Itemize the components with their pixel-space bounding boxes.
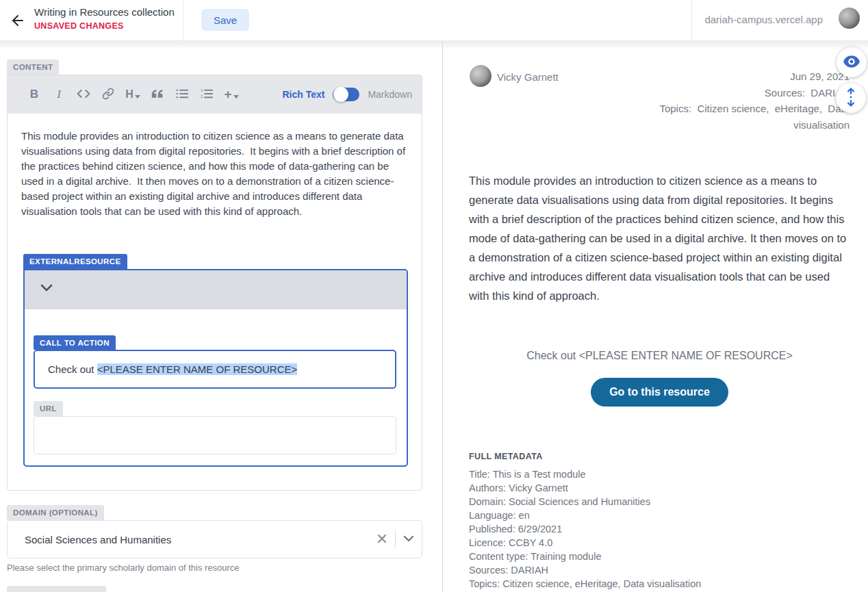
user-avatar[interactable] bbox=[839, 8, 860, 29]
metadata-row: Licence: CCBY 4.0 bbox=[469, 536, 701, 550]
mode-toggle[interactable] bbox=[333, 88, 359, 101]
chevron-down-icon bbox=[40, 283, 53, 296]
markdown-mode-label[interactable]: Markdown bbox=[368, 89, 412, 100]
quote-icon bbox=[151, 89, 164, 101]
editor-mode-switch: Rich Text Markdown bbox=[282, 88, 412, 101]
full-metadata-list: Title: This is a Test module Authors: Vi… bbox=[469, 467, 701, 591]
editor-paragraph[interactable]: This module provides an introduction to … bbox=[21, 129, 408, 219]
link-icon bbox=[102, 88, 114, 102]
domain-selected-value: Social Sciences and Humanities bbox=[25, 534, 171, 545]
metadata-row: Domain: Social Sciences and Humanities bbox=[469, 495, 701, 509]
scroll-sync-icon bbox=[845, 88, 857, 109]
metadata-row: Language: en bbox=[469, 509, 701, 522]
topbar-divider bbox=[183, 0, 183, 41]
bulleted-list-button[interactable] bbox=[173, 86, 191, 103]
publish-date: Jun 29, 2021 bbox=[659, 68, 850, 85]
metadata-row: Topics: Citizen science, eHeritage, Data… bbox=[469, 577, 701, 591]
metadata-row: Title: This is a Test module bbox=[469, 467, 701, 481]
pane-top-shadow bbox=[0, 41, 442, 50]
url-label: URL bbox=[34, 401, 63, 416]
domain-field-label: DOMAIN (OPTIONAL) bbox=[7, 505, 104, 520]
topics-line-wrap: visualisation bbox=[659, 117, 850, 133]
domain-hint: Please select the primary scholarly doma… bbox=[7, 563, 240, 573]
call-to-action-input[interactable]: Check out <PLEASE ENTER NAME OF RESOURCE… bbox=[34, 350, 396, 389]
eye-icon bbox=[843, 55, 860, 70]
unsaved-changes-status: UNSAVED CHANGES bbox=[34, 21, 175, 31]
call-to-action-label: CALL TO ACTION bbox=[34, 335, 116, 350]
svg-text:1: 1 bbox=[201, 88, 203, 92]
code-button[interactable] bbox=[75, 86, 92, 103]
arrow-left-icon bbox=[10, 21, 26, 31]
sources-line: Sources: DARIAH bbox=[659, 85, 850, 101]
site-link[interactable]: dariah-campus.vercel.app bbox=[704, 14, 823, 25]
link-button[interactable] bbox=[99, 86, 117, 103]
rich-text-mode-label[interactable]: Rich Text bbox=[282, 89, 324, 100]
url-field: URL bbox=[34, 401, 397, 454]
external-resource-widget: CALL TO ACTION Check out <PLEASE ENTER N… bbox=[23, 269, 408, 467]
preview-paragraph: This module provides an introduction to … bbox=[469, 171, 850, 305]
external-resource-collapse-header[interactable] bbox=[25, 270, 407, 309]
toggle-knob bbox=[333, 87, 348, 102]
dropdown-button[interactable] bbox=[396, 521, 422, 558]
metadata-row: Content type: Training module bbox=[469, 550, 701, 563]
topics-line: Topics: Citizen science, eHeritage, Data bbox=[659, 101, 850, 117]
sync-scroll-button[interactable] bbox=[836, 83, 866, 113]
go-to-resource-button[interactable]: Go to this resource bbox=[591, 378, 728, 407]
url-input[interactable] bbox=[34, 416, 396, 454]
metadata-row: Sources: DARIAH bbox=[469, 563, 701, 577]
external-resource-label: EXTERNALRESOURCE bbox=[23, 254, 127, 269]
full-metadata-heading: FULL METADATA bbox=[469, 452, 543, 461]
bulleted-list-icon bbox=[176, 88, 189, 101]
save-button[interactable]: Save bbox=[201, 9, 249, 31]
close-icon bbox=[377, 534, 387, 545]
rich-text-widget: B I H 12 + bbox=[7, 75, 422, 491]
top-bar: Writing in Resources collection UNSAVED … bbox=[0, 0, 868, 41]
next-field-label-partial bbox=[7, 586, 106, 592]
editor-pane: CONTENT B I H 12 + bbox=[0, 41, 442, 592]
author-avatar bbox=[470, 65, 492, 87]
rich-text-toolbar: B I H 12 + bbox=[8, 75, 422, 114]
caret-down-icon bbox=[233, 95, 239, 99]
add-component-button[interactable]: + bbox=[222, 86, 240, 103]
preview-button-row: Go to this resource bbox=[469, 378, 850, 407]
toggle-preview-button[interactable] bbox=[837, 47, 867, 77]
content-field-label: CONTENT bbox=[7, 60, 59, 75]
selected-text: <PLEASE ENTER NAME OF RESOURCE> bbox=[97, 363, 298, 375]
preview-meta: Jun 29, 2021 Sources: DARIAH Topics: Cit… bbox=[659, 68, 850, 133]
italic-button[interactable]: I bbox=[50, 86, 68, 103]
clear-selection-button[interactable] bbox=[369, 521, 395, 558]
pane-top-shadow bbox=[443, 41, 868, 50]
code-icon bbox=[77, 88, 90, 101]
external-resource-block: EXTERNALRESOURCE CALL TO ACTION Check ou… bbox=[23, 254, 408, 467]
preview-cta-text: Check out <PLEASE ENTER NAME OF RESOURCE… bbox=[469, 350, 850, 362]
topbar-divider bbox=[691, 0, 692, 41]
chevron-down-icon bbox=[403, 535, 414, 545]
metadata-row: Published: 6/29/2021 bbox=[469, 522, 701, 536]
numbered-list-button[interactable]: 12 bbox=[198, 86, 216, 103]
bold-button[interactable]: B bbox=[25, 86, 43, 103]
numbered-list-icon: 12 bbox=[201, 88, 214, 101]
page-title: Writing in Resources collection bbox=[34, 6, 175, 18]
svg-text:2: 2 bbox=[201, 94, 203, 99]
caret-down-icon bbox=[135, 95, 140, 99]
external-resource-fields: CALL TO ACTION Check out <PLEASE ENTER N… bbox=[25, 309, 407, 465]
author-name: Vicky Garnett bbox=[497, 71, 559, 83]
quote-button[interactable] bbox=[149, 86, 166, 103]
rich-text-body[interactable]: This module provides an introduction to … bbox=[8, 114, 422, 467]
back-button[interactable] bbox=[8, 12, 27, 31]
heading-button[interactable]: H bbox=[124, 86, 142, 103]
metadata-row: Authors: Vicky Garnett bbox=[469, 481, 701, 495]
domain-select[interactable]: Social Sciences and Humanities bbox=[7, 520, 422, 558]
title-block: Writing in Resources collection UNSAVED … bbox=[34, 6, 175, 31]
preview-pane: Vicky Garnett Jun 29, 2021 Sources: DARI… bbox=[443, 41, 868, 592]
